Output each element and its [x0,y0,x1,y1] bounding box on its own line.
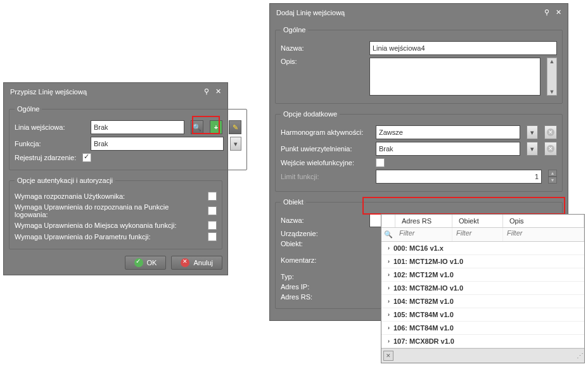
general-legend: Ogólne [15,105,42,113]
popup-header: Adres RS Obiekt Opis [381,215,584,228]
close-icon[interactable] [215,87,221,96]
obj-name-label: Nazwa: [281,216,363,224]
close-icon[interactable] [556,8,561,16]
type-label: Typ: [281,273,363,280]
chevron-right-icon: › [388,325,390,331]
dialog2-titlebar[interactable]: Dodaj Linię wejściową [270,4,568,21]
popup-filter-row: 🔍 [381,228,584,242]
schedule-clear-button[interactable]: ✕ [544,125,557,139]
function-field[interactable] [91,137,224,151]
filter-obiekt[interactable] [456,229,499,237]
auth4-label: Wymaga Uprawnienia do Parametru funkcji: [15,233,201,241]
rs-label: Adres RS: [281,293,363,301]
auth4-checkbox[interactable] [208,232,217,241]
resize-grip-icon[interactable]: ⋰ [577,352,582,360]
name-label: Nazwa: [281,44,363,52]
auth2-checkbox[interactable] [208,206,217,215]
register-event-label: Rejestruj zdarzenie: [15,154,76,161]
chevron-right-icon: › [388,245,390,251]
cancel-icon [181,258,189,267]
chevron-right-icon: › [388,272,390,278]
object-dropdown-popup: Adres RS Obiekt Opis 🔍 ›000: MC16 v1.x ›… [381,214,585,363]
schedule-field[interactable] [376,125,520,139]
list-item[interactable]: ›106: MCT84M v1.0 [381,322,584,335]
dialog2-title: Dodaj Linię wejściową [276,9,345,16]
input-line-field[interactable] [91,120,184,134]
chevron-right-icon: › [388,285,390,291]
schedule-dropdown-arrow[interactable]: ▾ [527,125,538,139]
list-item[interactable]: ›104: MCT82M v1.0 [381,295,584,308]
name-field[interactable] [369,41,557,55]
list-item[interactable]: ›101: MCT12M-IO v1.0 [381,255,584,268]
desc-label: Opis: [281,58,363,65]
extra-fieldset: Opcje dodatkowe Harmonogram aktywności: … [275,110,563,192]
auth1-label: Wymaga rozpoznania Użytkownika: [15,192,201,200]
multifunc-checkbox[interactable] [376,158,385,167]
dialog1-body: Ogólne Linia wejściowa: 🔍 + ✎ Funkcja: ▾… [4,100,227,275]
col-opis[interactable]: Opis [503,215,584,227]
auth-legend: Opcje autentykacji i autoryzacji [15,177,115,184]
limit-spinner: ▲▼ [548,170,557,184]
general2-legend: Ogólne [281,26,308,34]
object-legend: Obiekt [281,198,306,206]
chevron-right-icon: › [388,338,390,344]
col-adres-rs[interactable]: Adres RS [395,215,452,227]
object-label: Obiekt: [281,240,363,248]
col-obiekt[interactable]: Obiekt [452,215,503,227]
dialog1-titlebar[interactable]: Przypisz Linię wejściową [4,83,227,100]
authpoint-field[interactable] [376,142,520,156]
ok-button[interactable]: OK [125,256,167,270]
add-button[interactable]: + [210,120,222,134]
list-item[interactable]: ›103: MCT82M-IO v1.0 [381,282,584,295]
list-item[interactable]: ›107: MCX8DR v1.0 [381,335,584,348]
search-button[interactable]: 🔍 [191,120,203,134]
authpoint-dropdown-arrow[interactable]: ▾ [527,142,538,156]
ip-label: Adres IP: [281,283,363,291]
register-event-checkbox[interactable] [82,153,91,162]
desc-field[interactable] [369,58,540,96]
popup-footer: ✕ ⋰ [381,348,584,363]
auth3-label: Wymaga Uprawnienia do Miejsca wykonania … [15,222,201,229]
authpoint-clear-button[interactable]: ✕ [544,142,557,156]
comment-label: Komentarz: [281,256,363,264]
list-item[interactable]: ›000: MC16 v1.x [381,242,584,255]
function-label: Funkcja: [15,140,84,147]
auth1-checkbox[interactable] [208,192,217,201]
chevron-right-icon: › [388,311,390,318]
list-item[interactable]: ›102: MCT12M v1.0 [381,268,584,282]
auth2-label: Wymaga Uprawnienia do rozpoznania na Pun… [15,203,201,218]
device-label: Urządzenie: [281,230,363,237]
list-item[interactable]: ›105: MCT84M v1.0 [381,308,584,322]
filter-opis[interactable] [507,229,580,237]
dialog1-title: Przypisz Linię wejściową [10,88,87,96]
extra-legend: Opcje dodatkowe [281,110,340,118]
limit-field [376,170,542,184]
cancel-button[interactable]: Anuluj [171,256,222,270]
chevron-right-icon: › [388,258,390,265]
popup-close-button[interactable]: ✕ [383,351,393,361]
pin-icon[interactable] [204,87,209,96]
edit-button[interactable]: ✎ [229,120,241,134]
general2-fieldset: Ogólne Nazwa: Opis: ▲▼ [275,26,563,104]
filter-adres-rs[interactable] [399,229,448,237]
desc-scrollbar[interactable]: ▲▼ [547,58,557,96]
auth-fieldset: Opcje autentykacji i autoryzacji Wymaga … [9,177,222,249]
authpoint-label: Punkt uwierzytelnienia: [281,145,369,153]
chevron-right-icon: › [388,298,390,304]
general-fieldset: Ogólne Linia wejściowa: 🔍 + ✎ Funkcja: ▾… [9,105,247,170]
auth3-checkbox[interactable] [208,221,217,230]
function-dropdown-arrow[interactable]: ▾ [230,137,241,151]
popup-list: ›000: MC16 v1.x ›101: MCT12M-IO v1.0 ›10… [381,242,584,348]
input-line-label: Linia wejściowa: [15,123,84,131]
schedule-label: Harmonogram aktywności: [281,128,369,136]
ok-icon [134,258,143,267]
limit-label: Limit funkcji: [281,173,369,180]
filter-icon[interactable]: 🔍 [381,228,395,241]
multifunc-label: Wejście wielofunkcyjne: [281,159,369,166]
pin-icon[interactable] [544,8,549,16]
assign-input-line-dialog: Przypisz Linię wejściową Ogólne Linia we… [3,82,228,275]
